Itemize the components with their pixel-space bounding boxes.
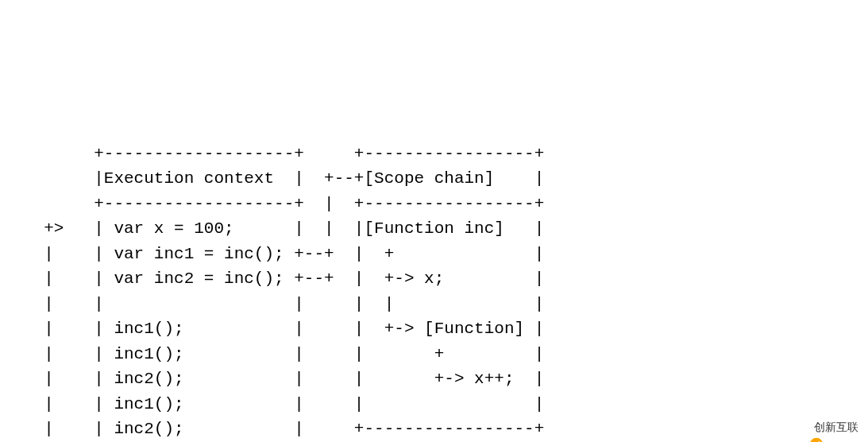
diagram-line-5: | | var inc2 = inc(); +--+ | +-> x; |: [24, 269, 544, 288]
diagram-line-3: +> | var x = 100; | | |[Function inc] |: [24, 219, 544, 238]
watermark-text: 创新互联: [814, 419, 858, 436]
watermark-logo-icon: [797, 421, 811, 435]
diagram-line-7: | | inc1(); | | +-> [Function] |: [24, 320, 544, 338]
diagram-line-0: +-------------------+ +-----------------…: [24, 145, 544, 163]
diagram-line-1: |Execution context | +--+[Scope chain] |: [24, 169, 544, 188]
ascii-diagram: +-------------------+ +-----------------…: [0, 100, 868, 442]
diagram-line-11: | | inc2(); | +-----------------+: [24, 420, 544, 438]
diagram-line-6: | | | | | |: [24, 295, 544, 313]
diagram-line-10: | | inc1(); | | |: [24, 395, 544, 413]
svg-point-0: [809, 437, 823, 442]
diagram-line-8: | | inc1(); | | + |: [24, 345, 544, 363]
diagram-line-9: | | inc2(); | | +-> x++; |: [24, 370, 544, 388]
diagram-line-4: | | var inc1 = inc(); +--+ | + |: [24, 245, 544, 263]
diagram-line-2: +-------------------+ | +---------------…: [24, 195, 544, 213]
watermark: 创新互联: [797, 419, 858, 436]
